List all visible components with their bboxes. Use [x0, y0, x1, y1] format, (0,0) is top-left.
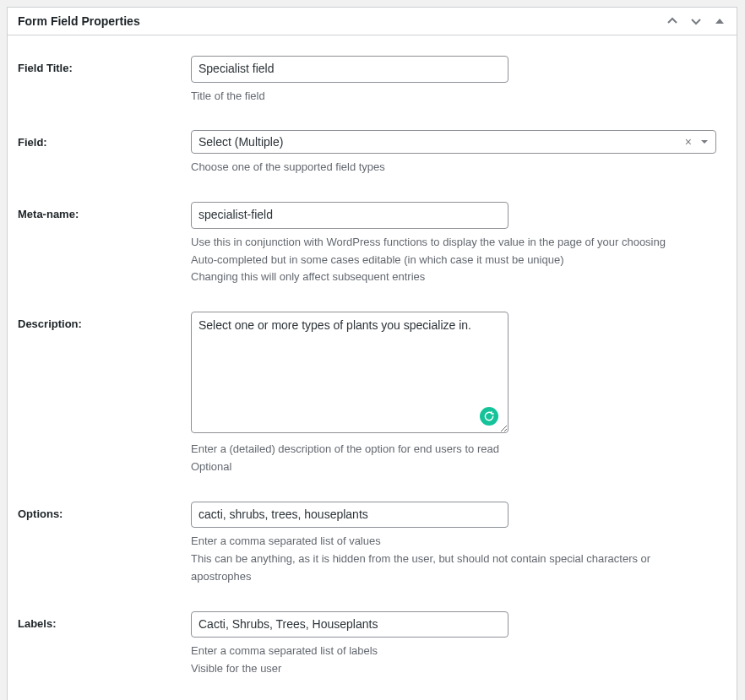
form-field-properties-panel: Form Field Properties Field Title: Title… [7, 7, 737, 700]
field-type-selected-value: Select (Multiple) [198, 135, 680, 149]
field-type-select[interactable]: Select (Multiple) × [191, 130, 716, 154]
labels-label: Labels: [18, 611, 191, 630]
row-field-title: Field Title: Title of the field [18, 46, 726, 120]
description-helper-1: Enter a (detailed) description of the op… [191, 441, 710, 459]
row-labels: Labels: Enter a comma separated list of … [18, 601, 726, 683]
labels-input[interactable] [191, 611, 508, 638]
meta-name-helper-1: Use this in conjunction with WordPress f… [191, 234, 710, 252]
meta-name-helper-2: Auto-completed but in some cases editabl… [191, 252, 710, 269]
meta-name-helper-3: Changing this will only affect subsequen… [191, 269, 710, 286]
panel-title: Form Field Properties [18, 14, 140, 28]
panel-body: Field Title: Title of the field Field: S… [8, 35, 737, 700]
row-options: Options: Enter a comma separated list of… [18, 491, 726, 601]
options-input-col: Enter a comma separated list of values T… [191, 502, 726, 586]
meta-name-input-col: Use this in conjunction with WordPress f… [191, 202, 726, 286]
row-meta-name: Meta-name: Use this in conjunction with … [18, 192, 726, 301]
move-down-icon[interactable] [689, 14, 703, 28]
description-label: Description: [18, 312, 191, 330]
field-type-input-col: Select (Multiple) × Choose one of the su… [191, 130, 726, 176]
field-title-input[interactable] [191, 56, 508, 83]
field-title-input-col: Title of the field [191, 56, 726, 105]
field-type-helper: Choose one of the supported field types [191, 159, 710, 176]
field-title-helper: Title of the field [191, 88, 710, 106]
panel-header: Form Field Properties [8, 8, 737, 35]
meta-name-input[interactable] [191, 202, 508, 229]
options-helper-2: This can be anything, as it is hidden fr… [191, 551, 710, 586]
labels-helper-2: Visible for the user [191, 660, 710, 678]
clear-icon[interactable]: × [680, 135, 697, 149]
grammarly-icon[interactable] [480, 407, 498, 426]
description-textarea[interactable] [191, 312, 508, 433]
toggle-collapse-icon[interactable] [713, 14, 726, 28]
row-field-type: Field: Select (Multiple) × Choose one of… [18, 120, 726, 192]
meta-name-label: Meta-name: [18, 202, 191, 220]
panel-controls [666, 14, 726, 28]
field-title-label: Field Title: [18, 56, 191, 74]
description-input-col: Enter a (detailed) description of the op… [191, 312, 726, 476]
row-description: Description: Enter a (detailed) descript… [18, 301, 726, 491]
options-input[interactable] [191, 502, 508, 529]
move-up-icon[interactable] [666, 14, 679, 28]
options-helper-1: Enter a comma separated list of values [191, 533, 710, 551]
dropdown-arrow-icon[interactable] [697, 135, 709, 149]
description-helper-2: Optional [191, 459, 710, 476]
labels-helper-1: Enter a comma separated list of labels [191, 643, 710, 660]
labels-input-col: Enter a comma separated list of labels V… [191, 611, 726, 678]
options-label: Options: [18, 502, 191, 520]
field-type-label: Field: [18, 130, 191, 149]
